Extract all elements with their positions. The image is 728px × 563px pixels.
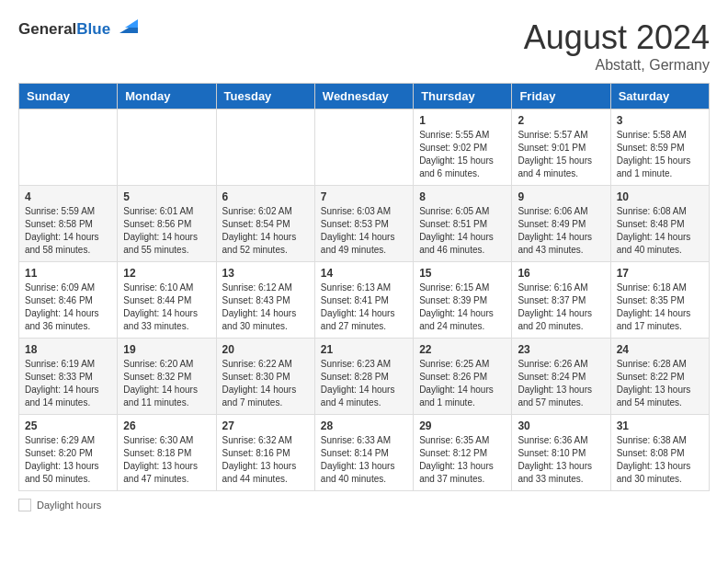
calendar-cell: 22Sunrise: 6:25 AM Sunset: 8:26 PM Dayli… (414, 339, 512, 415)
day-number: 21 (321, 343, 407, 356)
calendar-cell (118, 109, 216, 186)
calendar-cell: 17Sunrise: 6:18 AM Sunset: 8:35 PM Dayli… (610, 262, 709, 339)
day-number: 7 (321, 190, 407, 203)
day-info: Sunrise: 6:22 AM Sunset: 8:30 PM Dayligh… (222, 358, 309, 409)
day-number: 31 (617, 419, 703, 432)
legend: Daylight hours (18, 499, 710, 511)
day-number: 1 (419, 114, 506, 127)
day-number: 2 (518, 114, 604, 127)
day-number: 13 (222, 267, 309, 280)
calendar-cell: 25Sunrise: 6:29 AM Sunset: 8:20 PM Dayli… (19, 415, 118, 491)
day-number: 5 (123, 190, 210, 203)
calendar-cell: 3Sunrise: 5:58 AM Sunset: 8:59 PM Daylig… (610, 109, 709, 186)
day-number: 15 (419, 267, 506, 280)
calendar-header-row: SundayMondayTuesdayWednesdayThursdayFrid… (19, 84, 710, 109)
day-info: Sunrise: 6:02 AM Sunset: 8:54 PM Dayligh… (222, 205, 309, 257)
calendar-day-header: Sunday (19, 84, 118, 109)
calendar-cell: 21Sunrise: 6:23 AM Sunset: 8:28 PM Dayli… (314, 339, 413, 415)
day-info: Sunrise: 6:36 AM Sunset: 8:10 PM Dayligh… (518, 434, 604, 486)
day-number: 9 (518, 190, 604, 203)
calendar-cell: 6Sunrise: 6:02 AM Sunset: 8:54 PM Daylig… (216, 186, 314, 262)
day-info: Sunrise: 6:20 AM Sunset: 8:32 PM Dayligh… (123, 358, 210, 409)
month-title: August 2024 (524, 18, 710, 57)
calendar-cell: 24Sunrise: 6:28 AM Sunset: 8:22 PM Dayli… (610, 339, 709, 415)
calendar-cell: 16Sunrise: 6:16 AM Sunset: 8:37 PM Dayli… (512, 262, 610, 339)
day-number: 17 (617, 267, 703, 280)
day-info: Sunrise: 6:12 AM Sunset: 8:43 PM Dayligh… (222, 282, 309, 333)
day-info: Sunrise: 6:29 AM Sunset: 8:20 PM Dayligh… (25, 434, 111, 486)
calendar-week-row: 1Sunrise: 5:55 AM Sunset: 9:02 PM Daylig… (19, 109, 710, 186)
calendar-cell: 28Sunrise: 6:33 AM Sunset: 8:14 PM Dayli… (314, 415, 413, 491)
day-number: 29 (419, 419, 506, 432)
logo-icon (112, 15, 138, 40)
day-number: 28 (321, 419, 407, 432)
day-info: Sunrise: 5:59 AM Sunset: 8:58 PM Dayligh… (25, 205, 111, 257)
day-number: 14 (321, 267, 407, 280)
calendar-week-row: 18Sunrise: 6:19 AM Sunset: 8:33 PM Dayli… (19, 339, 710, 415)
calendar-day-header: Tuesday (216, 84, 314, 109)
day-number: 19 (123, 343, 210, 356)
location-title: Abstatt, Germany (524, 57, 710, 74)
calendar-cell: 15Sunrise: 6:15 AM Sunset: 8:39 PM Dayli… (414, 262, 512, 339)
day-info: Sunrise: 6:32 AM Sunset: 8:16 PM Dayligh… (222, 434, 309, 486)
calendar-cell: 18Sunrise: 6:19 AM Sunset: 8:33 PM Dayli… (19, 339, 118, 415)
calendar-cell (216, 109, 314, 186)
calendar-cell: 29Sunrise: 6:35 AM Sunset: 8:12 PM Dayli… (414, 415, 512, 491)
day-info: Sunrise: 6:26 AM Sunset: 8:24 PM Dayligh… (518, 358, 604, 409)
calendar-cell: 19Sunrise: 6:20 AM Sunset: 8:32 PM Dayli… (118, 339, 216, 415)
calendar-cell: 27Sunrise: 6:32 AM Sunset: 8:16 PM Dayli… (216, 415, 314, 491)
calendar-week-row: 4Sunrise: 5:59 AM Sunset: 8:58 PM Daylig… (19, 186, 710, 262)
day-info: Sunrise: 6:01 AM Sunset: 8:56 PM Dayligh… (123, 205, 210, 257)
day-number: 24 (617, 343, 703, 356)
day-info: Sunrise: 6:06 AM Sunset: 8:49 PM Dayligh… (518, 205, 604, 257)
calendar-day-header: Saturday (610, 84, 709, 109)
day-number: 16 (518, 267, 604, 280)
day-number: 12 (123, 267, 210, 280)
day-info: Sunrise: 6:33 AM Sunset: 8:14 PM Dayligh… (321, 434, 407, 486)
calendar-day-header: Monday (118, 84, 216, 109)
day-number: 8 (419, 190, 506, 203)
day-info: Sunrise: 6:16 AM Sunset: 8:37 PM Dayligh… (518, 282, 604, 333)
day-number: 6 (222, 190, 309, 203)
calendar-cell: 10Sunrise: 6:08 AM Sunset: 8:48 PM Dayli… (610, 186, 709, 262)
day-info: Sunrise: 6:35 AM Sunset: 8:12 PM Dayligh… (419, 434, 506, 486)
calendar-cell: 12Sunrise: 6:10 AM Sunset: 8:44 PM Dayli… (118, 262, 216, 339)
day-number: 26 (123, 419, 210, 432)
calendar-cell: 31Sunrise: 6:38 AM Sunset: 8:08 PM Dayli… (610, 415, 709, 491)
title-block: August 2024 Abstatt, Germany (524, 18, 710, 74)
day-info: Sunrise: 6:25 AM Sunset: 8:26 PM Dayligh… (419, 358, 506, 409)
logo-general: GeneralBlue (18, 21, 110, 39)
calendar-cell: 9Sunrise: 6:06 AM Sunset: 8:49 PM Daylig… (512, 186, 610, 262)
day-info: Sunrise: 6:08 AM Sunset: 8:48 PM Dayligh… (617, 205, 703, 257)
day-number: 23 (518, 343, 604, 356)
day-info: Sunrise: 6:23 AM Sunset: 8:28 PM Dayligh… (321, 358, 407, 409)
svg-marker-1 (125, 19, 138, 28)
calendar-cell (314, 109, 413, 186)
day-number: 4 (25, 190, 111, 203)
page-header: GeneralBlue August 2024 Abstatt, Germany (18, 18, 710, 74)
day-number: 30 (518, 419, 604, 432)
day-info: Sunrise: 6:10 AM Sunset: 8:44 PM Dayligh… (123, 282, 210, 333)
calendar-day-header: Wednesday (314, 84, 413, 109)
day-info: Sunrise: 6:05 AM Sunset: 8:51 PM Dayligh… (419, 205, 506, 257)
calendar-cell: 26Sunrise: 6:30 AM Sunset: 8:18 PM Dayli… (118, 415, 216, 491)
day-info: Sunrise: 6:15 AM Sunset: 8:39 PM Dayligh… (419, 282, 506, 333)
day-number: 25 (25, 419, 111, 432)
calendar-day-header: Thursday (414, 84, 512, 109)
day-info: Sunrise: 6:18 AM Sunset: 8:35 PM Dayligh… (617, 282, 703, 333)
logo: GeneralBlue (18, 18, 138, 40)
day-info: Sunrise: 6:13 AM Sunset: 8:41 PM Dayligh… (321, 282, 407, 333)
calendar-week-row: 25Sunrise: 6:29 AM Sunset: 8:20 PM Dayli… (19, 415, 710, 491)
calendar-cell: 11Sunrise: 6:09 AM Sunset: 8:46 PM Dayli… (19, 262, 118, 339)
calendar-cell: 13Sunrise: 6:12 AM Sunset: 8:43 PM Dayli… (216, 262, 314, 339)
calendar-cell: 23Sunrise: 6:26 AM Sunset: 8:24 PM Dayli… (512, 339, 610, 415)
calendar-cell: 7Sunrise: 6:03 AM Sunset: 8:53 PM Daylig… (314, 186, 413, 262)
day-number: 20 (222, 343, 309, 356)
day-number: 22 (419, 343, 506, 356)
legend-box (18, 499, 31, 511)
day-number: 27 (222, 419, 309, 432)
calendar-cell: 1Sunrise: 5:55 AM Sunset: 9:02 PM Daylig… (414, 109, 512, 186)
calendar-cell: 14Sunrise: 6:13 AM Sunset: 8:41 PM Dayli… (314, 262, 413, 339)
calendar-cell: 2Sunrise: 5:57 AM Sunset: 9:01 PM Daylig… (512, 109, 610, 186)
calendar-table: SundayMondayTuesdayWednesdayThursdayFrid… (18, 83, 710, 491)
